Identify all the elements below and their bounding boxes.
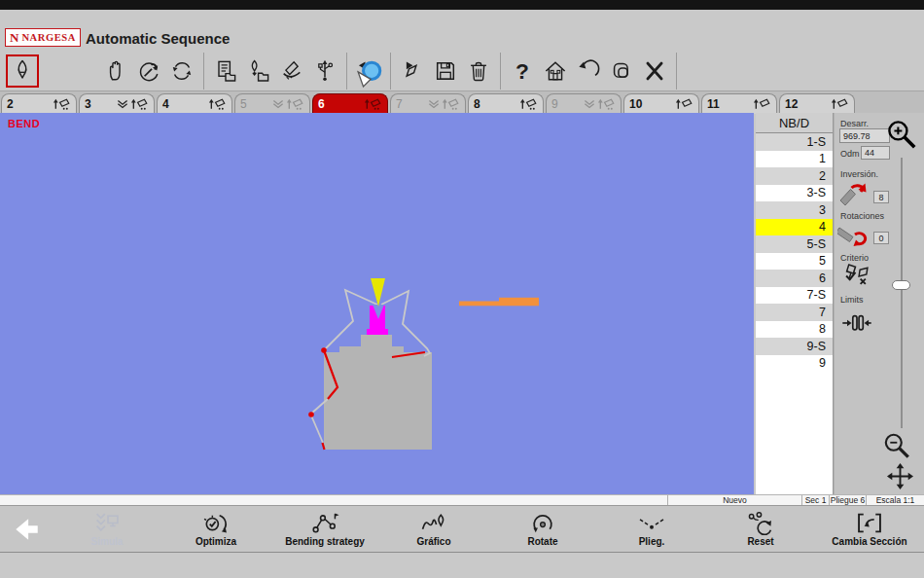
criterio-icon[interactable] [842, 262, 871, 288]
table-row[interactable]: 7-S [756, 287, 833, 305]
status-section: Sec 1 [801, 495, 829, 505]
delete-button[interactable] [462, 54, 495, 89]
bend-tabs-bar: 2 3 4 5 6 7 8 9 10 11 12 [0, 90, 924, 113]
bend-icon [753, 97, 771, 111]
hand-icon [102, 57, 129, 85]
bend-icon [286, 97, 304, 111]
refresh-button[interactable] [165, 54, 198, 89]
optimiza-button[interactable]: Optimiza [161, 506, 270, 552]
document-copy-icon [212, 57, 239, 85]
toolbar-separator [676, 53, 677, 90]
table-row-selected[interactable]: 4 [756, 219, 833, 236]
bend-icon [597, 97, 616, 111]
back-arrow-icon [11, 515, 42, 544]
simulate-icon [92, 511, 122, 535]
bend-canvas[interactable]: BEND [0, 113, 754, 494]
tab-bend-9[interactable]: 9 [546, 93, 622, 114]
undo-button[interactable] [572, 54, 605, 89]
reset-button[interactable]: Reset [706, 506, 815, 552]
odm-field[interactable]: 44 [861, 146, 890, 160]
toolbar-separator [346, 53, 347, 90]
zoom-out-icon[interactable] [881, 430, 912, 461]
top-black-strip [0, 0, 924, 10]
pan-hand-button[interactable] [99, 54, 132, 89]
limits-icon[interactable] [841, 313, 872, 334]
tool-library-button[interactable] [242, 54, 275, 89]
mouse-cursor-icon [356, 60, 383, 88]
sequence-table-header: NB/D [756, 113, 833, 133]
die-block [324, 335, 432, 450]
bend-icon [519, 97, 538, 111]
save-button[interactable] [429, 54, 462, 89]
table-row[interactable]: 5 [756, 253, 833, 271]
help-button[interactable] [506, 54, 539, 89]
inversion-count-field[interactable]: 8 [873, 191, 889, 203]
plieg-button[interactable]: Plieg. [597, 506, 706, 552]
tab-bend-3[interactable]: 3 [79, 93, 155, 114]
chevron-down-icon [117, 99, 128, 109]
copy-sheet-button[interactable] [209, 54, 242, 89]
table-row[interactable]: 9 [756, 355, 833, 373]
rotate-button[interactable]: Rotate [488, 506, 597, 552]
home-button[interactable] [539, 54, 572, 89]
usb-button[interactable] [308, 54, 341, 89]
tool-hand-button[interactable] [275, 54, 308, 89]
previous-bend-button[interactable] [352, 54, 385, 89]
save-icon [432, 57, 459, 85]
status-empty-cell [0, 495, 667, 505]
refresh-icon [168, 57, 195, 85]
table-row[interactable]: 9-S [756, 338, 833, 355]
inversion-icon[interactable] [837, 179, 872, 208]
cambia-seccion-button[interactable]: Cambia Sección [815, 506, 924, 552]
tab-bend-7[interactable]: 7 [390, 93, 466, 114]
back-button[interactable] [0, 506, 53, 552]
tool-service-button[interactable] [132, 54, 165, 89]
cut-x-icon [641, 57, 668, 85]
table-row[interactable]: 2 [756, 167, 833, 185]
table-row[interactable]: 3-S [756, 185, 833, 202]
tab-bend-6-active[interactable]: 6 [312, 93, 388, 114]
tab-bend-2[interactable]: 2 [1, 93, 77, 114]
toolbar-separator [390, 53, 391, 90]
table-row[interactable]: 5-S [756, 235, 833, 253]
grafico-button[interactable]: Gráfico [379, 506, 488, 552]
table-row[interactable]: 8 [756, 321, 833, 339]
tab-bend-4[interactable]: 4 [157, 93, 232, 114]
bend-icon [364, 97, 382, 111]
duplicate-button[interactable] [605, 54, 638, 89]
bending-strategy-button[interactable]: Bending strategy [270, 506, 379, 552]
rotaciones-icon[interactable] [837, 220, 872, 249]
table-row[interactable]: 7 [756, 304, 833, 321]
tab-bend-5[interactable]: 5 [234, 93, 310, 114]
table-row[interactable]: 3 [756, 201, 833, 219]
status-bar: Nuevo Sec 1 Pliegue 6 Escala 1:1 [0, 494, 924, 505]
table-row[interactable]: 1-S [756, 133, 833, 151]
tab-bend-12[interactable]: 12 [779, 93, 855, 114]
simula-button[interactable]: Simula [53, 506, 161, 552]
select-punch-tool-button[interactable] [6, 54, 39, 88]
tab-bend-8[interactable]: 8 [468, 93, 544, 114]
rotaciones-count-field[interactable]: 0 [873, 232, 889, 244]
desarr-field[interactable]: 969.78 [839, 128, 890, 143]
tab-bend-11[interactable]: 11 [701, 93, 777, 114]
punch-tool-icon [9, 57, 36, 85]
table-row[interactable]: 6 [756, 270, 833, 287]
bend-icon [53, 97, 71, 111]
bottom-action-bar: Simula Optimiza Bending strategy Gráfico… [0, 505, 924, 552]
tool-folder-icon [245, 57, 272, 85]
cut-button[interactable] [638, 54, 671, 89]
zoom-slider-track[interactable] [901, 158, 903, 428]
table-row[interactable]: 1 [756, 151, 833, 168]
status-bend-number: Pliegue 6 [829, 495, 866, 505]
question-mark-icon [509, 57, 536, 85]
zoom-slider-thumb[interactable] [892, 280, 910, 290]
glove-tool-icon [278, 57, 305, 85]
chevron-down-icon [428, 99, 440, 109]
home-icon [542, 57, 569, 85]
next-bend-button[interactable] [396, 54, 429, 89]
machine-drawing [0, 113, 754, 494]
bend-icon [442, 97, 460, 111]
tab-bend-10[interactable]: 10 [623, 93, 699, 114]
move-view-icon[interactable] [886, 462, 914, 490]
desarr-label: Desarr. [840, 119, 869, 128]
